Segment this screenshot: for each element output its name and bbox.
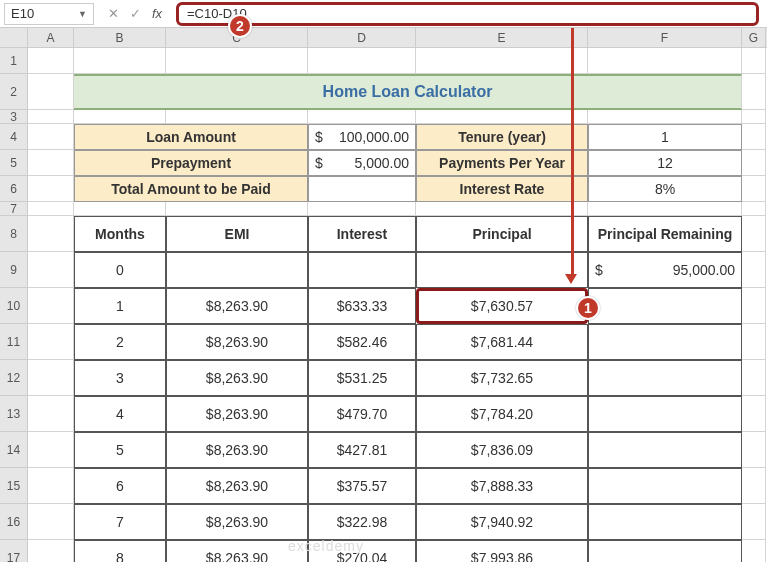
table-cell[interactable]: $7,784.20 [416, 396, 588, 432]
table-cell[interactable]: $375.57 [308, 468, 416, 504]
table-cell[interactable]: $322.98 [308, 504, 416, 540]
cell[interactable] [28, 396, 74, 432]
cell[interactable] [28, 124, 74, 150]
cell[interactable] [742, 124, 766, 150]
table-cell[interactable]: $8,263.90 [166, 360, 308, 396]
cell[interactable] [74, 110, 166, 124]
row-header[interactable]: 11 [0, 324, 28, 360]
table-cell[interactable]: $633.33 [308, 288, 416, 324]
cell[interactable] [742, 176, 766, 202]
cell[interactable] [742, 540, 766, 562]
cell[interactable] [742, 504, 766, 540]
col-remaining[interactable]: Principal Remaining [588, 216, 742, 252]
table-cell[interactable]: 1 [74, 288, 166, 324]
table-cell[interactable]: $8,263.90 [166, 324, 308, 360]
active-cell[interactable]: $7,630.57 [416, 288, 588, 324]
cell[interactable] [28, 202, 74, 216]
cell[interactable] [28, 176, 74, 202]
table-cell[interactable]: $8,263.90 [166, 540, 308, 562]
prepayment-label[interactable]: Prepayment [74, 150, 308, 176]
table-cell[interactable] [588, 360, 742, 396]
cell[interactable] [166, 110, 308, 124]
page-title[interactable]: Home Loan Calculator [74, 74, 742, 110]
table-cell[interactable]: 8 [74, 540, 166, 562]
row-header[interactable]: 12 [0, 360, 28, 396]
table-cell[interactable]: $427.81 [308, 432, 416, 468]
cell[interactable] [742, 396, 766, 432]
tenure-label[interactable]: Tenure (year) [416, 124, 588, 150]
row-header[interactable]: 5 [0, 150, 28, 176]
cell[interactable] [416, 48, 588, 74]
cell[interactable] [308, 110, 416, 124]
table-cell[interactable] [588, 288, 742, 324]
table-cell[interactable] [166, 252, 308, 288]
table-cell[interactable]: $8,263.90 [166, 396, 308, 432]
cell[interactable] [742, 324, 766, 360]
col-emi[interactable]: EMI [166, 216, 308, 252]
table-cell[interactable]: $7,732.65 [416, 360, 588, 396]
table-cell[interactable]: 3 [74, 360, 166, 396]
row-header[interactable]: 16 [0, 504, 28, 540]
rate-value[interactable]: 8% [588, 176, 742, 202]
cell[interactable] [28, 432, 74, 468]
cell[interactable] [416, 110, 588, 124]
ppy-label[interactable]: Payments Per Year [416, 150, 588, 176]
cell[interactable] [308, 48, 416, 74]
cell[interactable] [28, 48, 74, 74]
cell[interactable] [28, 110, 74, 124]
cell[interactable] [742, 288, 766, 324]
table-cell[interactable]: $7,681.44 [416, 324, 588, 360]
cell[interactable] [742, 150, 766, 176]
cell[interactable] [742, 110, 766, 124]
col-header[interactable]: G [742, 28, 766, 47]
cell[interactable] [742, 48, 766, 74]
col-header[interactable]: D [308, 28, 416, 47]
loan-amount-value[interactable]: $100,000.00 [308, 124, 416, 150]
cell[interactable] [742, 216, 766, 252]
cell[interactable] [28, 252, 74, 288]
table-cell[interactable] [588, 324, 742, 360]
table-cell[interactable]: 5 [74, 432, 166, 468]
table-cell[interactable]: $7,888.33 [416, 468, 588, 504]
row-header[interactable]: 14 [0, 432, 28, 468]
loan-amount-label[interactable]: Loan Amount [74, 124, 308, 150]
col-principal[interactable]: Principal [416, 216, 588, 252]
table-cell[interactable]: $8,263.90 [166, 504, 308, 540]
table-cell[interactable]: $582.46 [308, 324, 416, 360]
cell[interactable] [588, 48, 742, 74]
ppy-value[interactable]: 12 [588, 150, 742, 176]
col-header[interactable]: F [588, 28, 742, 47]
cell[interactable] [28, 216, 74, 252]
cell[interactable] [166, 202, 308, 216]
prepayment-value[interactable]: $5,000.00 [308, 150, 416, 176]
select-all-corner[interactable] [0, 28, 28, 47]
col-header[interactable]: B [74, 28, 166, 47]
enter-icon[interactable]: ✓ [126, 6, 144, 21]
table-cell[interactable] [588, 432, 742, 468]
cell[interactable] [28, 468, 74, 504]
cell[interactable] [166, 48, 308, 74]
row-header[interactable]: 3 [0, 110, 28, 124]
table-cell[interactable]: $479.70 [308, 396, 416, 432]
cell[interactable] [588, 110, 742, 124]
cell[interactable] [28, 540, 74, 562]
table-cell[interactable]: $7,940.92 [416, 504, 588, 540]
cell[interactable] [416, 202, 588, 216]
row-header[interactable]: 6 [0, 176, 28, 202]
cell[interactable] [588, 202, 742, 216]
total-label[interactable]: Total Amount to be Paid [74, 176, 308, 202]
cell[interactable] [742, 432, 766, 468]
row-header[interactable]: 15 [0, 468, 28, 504]
row-header[interactable]: 2 [0, 74, 28, 110]
table-cell[interactable]: $531.25 [308, 360, 416, 396]
cell[interactable] [28, 150, 74, 176]
chevron-down-icon[interactable]: ▼ [78, 9, 87, 19]
cell[interactable] [28, 288, 74, 324]
row-header[interactable]: 7 [0, 202, 28, 216]
row-header[interactable]: 13 [0, 396, 28, 432]
table-cell[interactable] [588, 540, 742, 562]
tenure-value[interactable]: 1 [588, 124, 742, 150]
table-cell[interactable] [588, 396, 742, 432]
table-cell[interactable]: $8,263.90 [166, 288, 308, 324]
row-header[interactable]: 17 [0, 540, 28, 562]
